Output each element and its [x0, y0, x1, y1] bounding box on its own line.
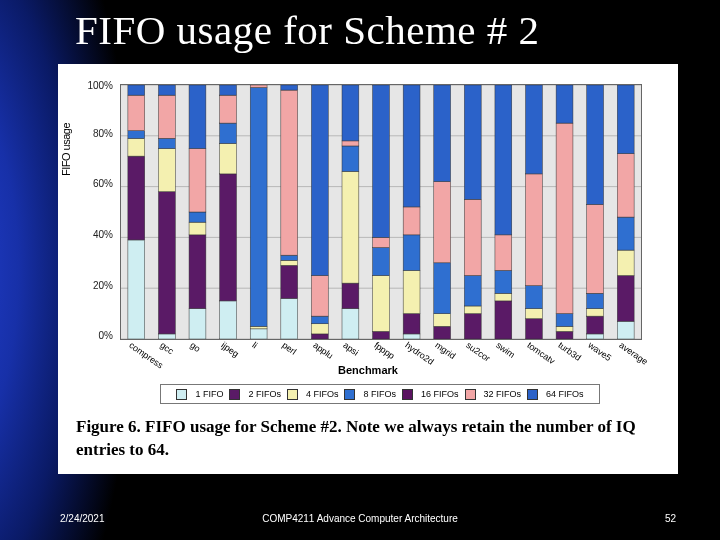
bar-segment	[311, 85, 328, 276]
bar-segment	[373, 331, 390, 339]
bar-segment	[311, 316, 328, 324]
bar-segment	[373, 248, 390, 276]
bar-segment	[403, 85, 420, 207]
bar-segment	[281, 298, 298, 339]
bar-segment	[158, 192, 175, 334]
bar-segment	[250, 85, 267, 88]
bar-segment	[281, 260, 298, 265]
svg-text:0%: 0%	[99, 330, 114, 341]
bar-segment	[403, 314, 420, 334]
bar-segment	[342, 146, 359, 171]
bar-segment	[587, 204, 604, 293]
bar-segment	[220, 174, 237, 301]
bar-segment	[189, 85, 206, 149]
bar-segment	[128, 240, 145, 339]
slide: FIFO usage for Scheme # 2 FIFO usage 0% …	[0, 0, 720, 540]
bar-segment	[128, 131, 145, 139]
legend-swatch	[176, 389, 187, 400]
bar-segment	[464, 199, 481, 275]
bar-segment	[281, 85, 298, 90]
legend-swatch	[344, 389, 355, 400]
bar-segment	[281, 265, 298, 298]
x-tick-label: wave5	[586, 340, 613, 363]
bar-segment	[128, 95, 145, 131]
bar-segment	[189, 309, 206, 339]
bar-segment	[556, 85, 573, 123]
svg-text:80%: 80%	[93, 128, 113, 139]
bar-segment	[158, 85, 175, 95]
svg-text:100%: 100%	[87, 80, 113, 91]
bar-segment	[189, 222, 206, 235]
svg-text:40%: 40%	[93, 229, 113, 240]
bar-segment	[587, 334, 604, 339]
bar-segment	[526, 174, 543, 286]
bar-segment	[464, 85, 481, 199]
bar-segment	[434, 263, 451, 314]
legend-label: 32 FIFOs	[484, 389, 522, 399]
x-tick-label: mgrid	[433, 340, 457, 361]
bar-segment	[617, 154, 634, 218]
x-tick-label: ijpeg	[219, 340, 240, 359]
legend-swatch	[465, 389, 476, 400]
bar-segment	[587, 293, 604, 308]
legend-label: 8 FIFOs	[363, 389, 396, 399]
bar-segment	[373, 276, 390, 332]
bar-segment	[158, 334, 175, 339]
bar-segment	[495, 85, 512, 235]
bar-segment	[158, 138, 175, 148]
bar-segment	[342, 283, 359, 308]
x-tick-label: apsi	[342, 340, 361, 358]
svg-text:60%: 60%	[93, 178, 113, 189]
bar-segment	[128, 156, 145, 240]
x-tick-label: go	[189, 340, 203, 354]
plot-area	[120, 84, 642, 340]
bar-segment	[220, 95, 237, 123]
bar-segment	[556, 326, 573, 331]
legend-label: 16 FIFOs	[421, 389, 459, 399]
bar-segment	[464, 276, 481, 306]
x-tick-label: fpppp	[372, 340, 396, 361]
bar-segment	[434, 314, 451, 327]
bar-segment	[342, 171, 359, 283]
bar-segment	[526, 309, 543, 319]
bar-segment	[250, 326, 267, 329]
x-tick-label: turb3d	[556, 340, 583, 363]
bar-segment	[617, 85, 634, 154]
x-tick-label: su2cor	[464, 340, 492, 364]
x-tick-label: perl	[280, 340, 298, 357]
bar-segment	[495, 270, 512, 293]
bar-segment	[158, 149, 175, 192]
bar-segment	[281, 90, 298, 255]
bar-segment	[526, 85, 543, 174]
x-axis-label: Benchmark	[338, 364, 398, 376]
bar-segment	[403, 207, 420, 235]
bar-segment	[403, 334, 420, 339]
bar-segment	[128, 85, 145, 95]
legend-swatch	[287, 389, 298, 400]
bar-segment	[587, 309, 604, 317]
bar-segment	[434, 326, 451, 339]
bar-segment	[617, 321, 634, 339]
figure-caption: Figure 6. FIFO usage for Scheme #2. Note…	[76, 416, 668, 462]
bar-segment	[617, 276, 634, 322]
legend-label: 2 FIFOs	[248, 389, 281, 399]
footer-page: 52	[665, 513, 676, 524]
legend-swatch	[229, 389, 240, 400]
bar-segment	[434, 85, 451, 182]
bar-segment	[311, 334, 328, 339]
x-tick-label: average	[617, 340, 649, 367]
bar-segment	[464, 314, 481, 339]
bar-segment	[220, 301, 237, 339]
bar-segment	[495, 235, 512, 271]
bar-segment	[556, 123, 573, 314]
bar-segment	[373, 85, 390, 237]
bar-segment	[495, 301, 512, 339]
legend-label: 64 FIFOs	[546, 389, 584, 399]
figure-panel: FIFO usage 0% 20% 40% 60% 80% 100% compr…	[58, 64, 678, 474]
x-tick-label: li	[250, 340, 259, 350]
x-tick-label: gcc	[158, 340, 175, 356]
legend-swatch	[402, 389, 413, 400]
bar-segment	[617, 250, 634, 275]
legend: 1 FIFO2 FIFOs4 FIFOs8 FIFOs16 FIFOs32 FI…	[160, 384, 600, 404]
bar-segment	[526, 319, 543, 339]
